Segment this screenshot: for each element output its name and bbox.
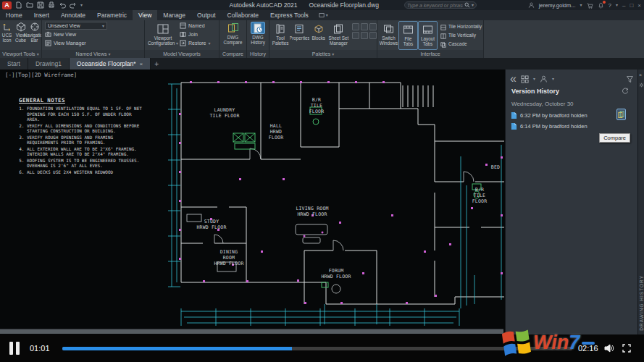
- layout-tabs-button[interactable]: Layout Tabs: [418, 21, 438, 50]
- signed-in-user[interactable]: jeremy.goldm...: [539, 2, 576, 9]
- drawing-history-tab[interactable]: DRAWING HISTORY: [639, 275, 644, 331]
- close-icon[interactable]: ×: [637, 2, 641, 9]
- drawing-canvas[interactable]: [-][Top][2D Wireframe] GENERAL NOTES FOU…: [0, 70, 505, 334]
- user-caret-icon[interactable]: ▾: [580, 3, 582, 7]
- version-entry[interactable]: 6:32 PM by bradford holden: [509, 110, 633, 120]
- total-duration: 02:16: [578, 344, 598, 353]
- palette-mini-icon[interactable]: [352, 23, 359, 30]
- panel-label-viewport-tools[interactable]: Viewport Tools▾: [0, 50, 41, 58]
- room-label-study: STUDY HRWD FLOOR: [196, 219, 226, 230]
- new-file-icon[interactable]: [15, 1, 22, 9]
- switch-windows-button[interactable]: Switch Windows: [379, 21, 398, 50]
- compare-version-button[interactable]: [616, 109, 626, 120]
- tab-close-icon[interactable]: ×: [140, 61, 143, 67]
- file-tab-drawing1[interactable]: Drawing1: [28, 58, 70, 70]
- undo-icon[interactable]: [59, 1, 66, 9]
- search-caret-icon[interactable]: ▾: [472, 3, 474, 7]
- help-search-box[interactable]: ▾: [404, 1, 477, 9]
- maximize-icon[interactable]: □: [630, 2, 633, 9]
- palette-collapse-icon[interactable]: «: [510, 72, 517, 85]
- volume-icon[interactable]: [603, 343, 614, 353]
- properties-button[interactable]: Properties: [290, 21, 309, 50]
- search-input[interactable]: [407, 3, 463, 8]
- save-icon[interactable]: [37, 1, 44, 9]
- new-tab-icon[interactable]: +: [151, 58, 162, 70]
- restore-viewport-button[interactable]: Restore ▾: [180, 39, 211, 47]
- pause-button[interactable]: [9, 342, 21, 355]
- version-entry[interactable]: 6:14 PM by bradford holden: [509, 121, 633, 131]
- help-icon[interactable]: ?: [609, 2, 611, 9]
- tab-annotate[interactable]: Annotate: [55, 10, 91, 20]
- palette-mini-icon[interactable]: [352, 32, 359, 39]
- dwg-compare-button[interactable]: DWG Compare: [220, 20, 246, 50]
- navigation-bar-label: Navigation Bar: [24, 33, 41, 43]
- file-tab-start[interactable]: Start: [0, 58, 28, 70]
- app-store-icon[interactable]: [587, 2, 593, 9]
- palette-mini-icon[interactable]: [369, 32, 377, 39]
- autocad-logo[interactable]: A: [2, 1, 12, 9]
- tab-collaborate[interactable]: Collaborate: [222, 10, 264, 20]
- navigation-bar-button[interactable]: Navigation Bar: [28, 20, 41, 50]
- sheet-set-manager-button[interactable]: Sheet Set Manager: [328, 21, 349, 50]
- qat-dropdown-icon[interactable]: ▾: [80, 3, 83, 7]
- viewport-controls[interactable]: [-][Top][2D Wireframe]: [5, 72, 77, 78]
- user-filter-icon[interactable]: [540, 75, 548, 83]
- panel-label-named-views[interactable]: Named Views▾: [42, 50, 144, 58]
- tool-palettes-icon: [273, 22, 288, 35]
- named-viewport-button[interactable]: Named: [180, 22, 211, 30]
- general-note: FOUNDATION VENTILATION EQUAL TO 1 SF. OF…: [27, 106, 146, 122]
- join-viewport-button[interactable]: Join: [180, 30, 211, 38]
- fullscreen-icon[interactable]: [622, 343, 632, 353]
- palette-settings-gear-icon[interactable]: [639, 83, 644, 88]
- tab-insert[interactable]: Insert: [28, 10, 55, 20]
- tile-horizontally-button[interactable]: Tile Horizontally: [440, 23, 482, 31]
- view-manager-icon: [45, 40, 51, 46]
- view-manager-button[interactable]: View Manager: [45, 39, 141, 47]
- view-dropdown[interactable]: Unsaved View ▾: [45, 22, 107, 30]
- panel-viewport-tools: UCS Icon View Cube Navigation Bar Viewpo…: [0, 20, 42, 58]
- palette-mini-icon[interactable]: [361, 23, 368, 30]
- help-caret-icon[interactable]: ▾: [616, 3, 618, 7]
- panel-label-interface[interactable]: Interface: [377, 50, 483, 58]
- tile-vertically-button[interactable]: Tile Vertically: [440, 32, 482, 40]
- horizontal-scrollbar[interactable]: [0, 329, 503, 334]
- video-progress-track[interactable]: [62, 347, 572, 350]
- tile-vertically-icon: [440, 33, 446, 39]
- blocks-button[interactable]: Blocks: [309, 21, 328, 50]
- panel-label-history[interactable]: History: [247, 50, 269, 58]
- new-view-button[interactable]: New View: [45, 30, 141, 38]
- file-tab-oceanside-floorplan[interactable]: Oceanside Floorplan* ×: [70, 58, 151, 70]
- refresh-icon[interactable]: [622, 88, 629, 95]
- panel-model-viewports: Viewport Configuration ▾ Named Join Rest…: [145, 20, 219, 58]
- plot-icon[interactable]: [48, 1, 55, 9]
- user-icon[interactable]: [528, 2, 535, 9]
- tab-home[interactable]: Home: [0, 10, 28, 20]
- tab-manage[interactable]: Manage: [157, 10, 191, 20]
- search-icon[interactable]: [464, 2, 470, 8]
- panel-label-compare[interactable]: Compare: [219, 50, 246, 58]
- tab-express-tools[interactable]: Express Tools: [264, 10, 314, 20]
- minimize-icon[interactable]: –: [622, 2, 625, 9]
- filter-funnel-icon[interactable]: [626, 75, 634, 83]
- tab-output[interactable]: Output: [191, 10, 222, 20]
- cascade-button[interactable]: Cascade: [440, 41, 482, 49]
- palette-mini-icon[interactable]: [361, 32, 368, 39]
- view-mode-icon[interactable]: [521, 75, 529, 83]
- tab-parametric[interactable]: Parametric: [91, 10, 133, 20]
- redo-icon[interactable]: [70, 1, 77, 9]
- ribbon-display-toggle[interactable]: ▾: [314, 10, 333, 20]
- palette-close-icon[interactable]: ×: [639, 72, 642, 77]
- file-tabs-button[interactable]: File Tabs: [398, 21, 418, 50]
- tool-palettes-button[interactable]: Tool Palettes: [271, 21, 290, 50]
- open-folder-icon[interactable]: [26, 1, 33, 9]
- palette-mini-icon[interactable]: [369, 23, 377, 30]
- panel-label-palettes[interactable]: Palettes▾: [269, 50, 377, 58]
- viewport-configuration-button[interactable]: Viewport Configuration ▾: [146, 21, 180, 49]
- notifications-bell-icon[interactable]: [598, 2, 604, 9]
- panel-label-model-viewports[interactable]: Model Viewports: [145, 50, 219, 58]
- ucs-icon-button[interactable]: UCS Icon: [0, 20, 14, 50]
- view-mode-caret-icon[interactable]: ▾: [533, 77, 535, 81]
- tab-view[interactable]: View: [133, 10, 157, 20]
- dwg-history-button[interactable]: DWG History: [248, 20, 269, 50]
- user-filter-caret-icon[interactable]: ▾: [552, 77, 554, 81]
